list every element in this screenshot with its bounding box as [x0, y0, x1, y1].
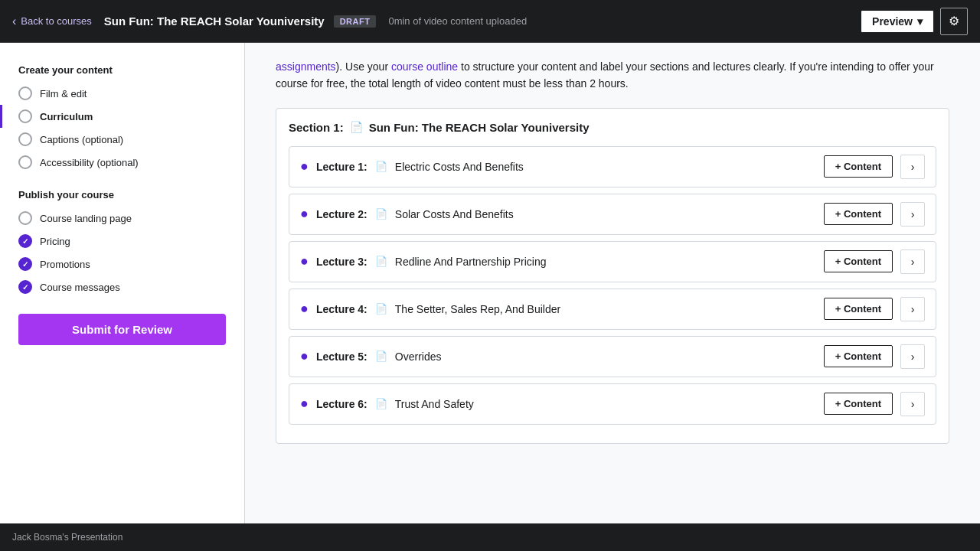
radio-course-messages: [18, 280, 32, 294]
radio-pricing: [18, 234, 32, 248]
lecture-check-icon: ●: [300, 253, 309, 269]
course-title: Sun Fun: The REACH Solar Youniversity: [104, 15, 325, 28]
draft-badge: DRAFT: [334, 15, 377, 28]
sidebar-item-label-curriculum: Curriculum: [40, 111, 93, 122]
radio-accessibility: [18, 155, 32, 169]
lecture-label: Lecture 5:: [316, 350, 368, 363]
sidebar-item-pricing[interactable]: Pricing: [0, 230, 244, 253]
lecture-doc-icon: 📄: [375, 398, 387, 409]
preview-button[interactable]: Preview ▾: [861, 10, 934, 33]
add-content-button[interactable]: + Content: [824, 298, 893, 320]
sidebar-item-course-messages[interactable]: Course messages: [0, 276, 244, 298]
lecture-title: Trust And Safety: [395, 398, 816, 410]
section-header: Section 1: 📄 Sun Fun: The REACH Solar Yo…: [289, 121, 936, 134]
sidebar-item-label-accessibility: Accessibility (optional): [40, 157, 139, 168]
assignments-link[interactable]: assignments: [276, 60, 336, 73]
lecture-label: Lecture 1:: [316, 161, 368, 173]
back-to-courses-label: Back to courses: [21, 15, 92, 27]
lecture-row: ● Lecture 2: 📄 Solar Costs And Benefits …: [289, 194, 936, 235]
submit-button-container: Submit for Review: [0, 298, 244, 360]
lecture-title: Electric Costs And Benefits: [395, 161, 816, 173]
sidebar-item-label-pricing: Pricing: [40, 236, 70, 247]
lecture-title: Overrides: [395, 350, 816, 363]
lecture-label: Lecture 2:: [316, 208, 368, 220]
sidebar-item-label-course-landing: Course landing page: [40, 213, 132, 224]
bottom-bar: Jack Bosma's Presentation: [0, 523, 980, 551]
preview-chevron-icon: ▾: [917, 15, 923, 28]
lecture-check-icon: ●: [300, 301, 309, 317]
expand-lecture-button[interactable]: ›: [900, 155, 925, 179]
radio-captions: [18, 132, 32, 146]
publish-course-section-title: Publish your course: [0, 180, 244, 207]
lecture-label: Lecture 6:: [316, 398, 368, 410]
expand-lecture-button[interactable]: ›: [900, 392, 925, 416]
expand-lecture-button[interactable]: ›: [900, 249, 925, 274]
lecture-label: Lecture 4:: [316, 303, 368, 315]
add-content-button[interactable]: + Content: [824, 393, 893, 415]
top-navigation: ‹ Back to courses Sun Fun: The REACH Sol…: [0, 0, 980, 43]
sidebar-item-label-captions: Captions (optional): [40, 134, 123, 145]
back-arrow-icon: ‹: [12, 15, 16, 28]
section-title: Sun Fun: The REACH Solar Youniversity: [369, 121, 590, 134]
main-layout: Create your content Film & edit Curricul…: [0, 43, 980, 523]
sidebar-item-label-course-messages: Course messages: [40, 282, 120, 293]
sidebar-item-label-promotions: Promotions: [40, 259, 90, 270]
sidebar-item-film-edit[interactable]: Film & edit: [0, 82, 244, 105]
settings-gear-icon: ⚙: [949, 14, 959, 28]
bottom-bar-text: Jack Bosma's Presentation: [12, 532, 122, 543]
sidebar: Create your content Film & edit Curricul…: [0, 43, 245, 523]
lecture-row: ● Lecture 5: 📄 Overrides + Content ›: [289, 336, 936, 377]
add-content-button[interactable]: + Content: [824, 250, 893, 272]
submit-for-review-button[interactable]: Submit for Review: [18, 314, 226, 345]
lecture-label: Lecture 3:: [316, 256, 368, 268]
lecture-row: ● Lecture 1: 📄 Electric Costs And Benefi…: [289, 146, 936, 187]
sidebar-item-course-landing-page[interactable]: Course landing page: [0, 207, 244, 230]
sidebar-item-promotions[interactable]: Promotions: [0, 253, 244, 276]
lecture-check-icon: ●: [300, 396, 309, 412]
sidebar-item-curriculum[interactable]: Curriculum: [0, 105, 244, 128]
radio-curriculum: [18, 109, 32, 123]
add-content-button[interactable]: + Content: [824, 155, 893, 178]
section-block: Section 1: 📄 Sun Fun: The REACH Solar Yo…: [276, 108, 949, 444]
expand-lecture-button[interactable]: ›: [900, 202, 925, 227]
main-content-area: assignments). Use your course outline to…: [245, 43, 980, 523]
sidebar-item-accessibility[interactable]: Accessibility (optional): [0, 151, 244, 174]
lecture-check-icon: ●: [300, 206, 309, 222]
lecture-row: ● Lecture 6: 📄 Trust And Safety + Conten…: [289, 383, 936, 425]
add-content-button[interactable]: + Content: [824, 203, 893, 225]
section-doc-icon: 📄: [350, 121, 363, 133]
create-content-section-title: Create your content: [0, 55, 244, 82]
expand-lecture-button[interactable]: ›: [900, 297, 925, 321]
sidebar-item-captions[interactable]: Captions (optional): [0, 128, 244, 151]
lecture-doc-icon: 📄: [375, 256, 387, 267]
nav-right-actions: Preview ▾ ⚙: [861, 8, 968, 35]
back-to-courses-link[interactable]: ‹ Back to courses: [12, 15, 92, 28]
course-outline-link[interactable]: course outline: [391, 60, 458, 73]
lecture-doc-icon: 📄: [375, 161, 387, 172]
lecture-title: The Setter, Sales Rep, And Builder: [395, 303, 816, 315]
lecture-check-icon: ●: [300, 348, 309, 364]
section-label: Section 1:: [289, 121, 344, 134]
lecture-row: ● Lecture 3: 📄 Redline And Partnership P…: [289, 241, 936, 282]
radio-promotions: [18, 257, 32, 271]
radio-film-edit: [18, 86, 32, 100]
lecture-check-icon: ●: [300, 158, 309, 174]
expand-lecture-button[interactable]: ›: [900, 344, 925, 369]
add-content-button[interactable]: + Content: [824, 345, 893, 367]
settings-button[interactable]: ⚙: [940, 8, 968, 35]
lecture-doc-icon: 📄: [375, 350, 387, 362]
preview-label: Preview: [872, 15, 913, 28]
video-info: 0min of video content uploaded: [388, 15, 861, 27]
lecture-doc-icon: 📄: [375, 208, 387, 220]
content-notice: assignments). Use your course outline to…: [276, 58, 949, 93]
sidebar-item-label-film-edit: Film & edit: [40, 88, 87, 99]
lecture-title: Solar Costs And Benefits: [395, 208, 816, 220]
lecture-doc-icon: 📄: [375, 303, 387, 315]
lecture-row: ● Lecture 4: 📄 The Setter, Sales Rep, An…: [289, 289, 936, 330]
lecture-title: Redline And Partnership Pricing: [395, 256, 816, 268]
radio-course-landing: [18, 211, 32, 225]
